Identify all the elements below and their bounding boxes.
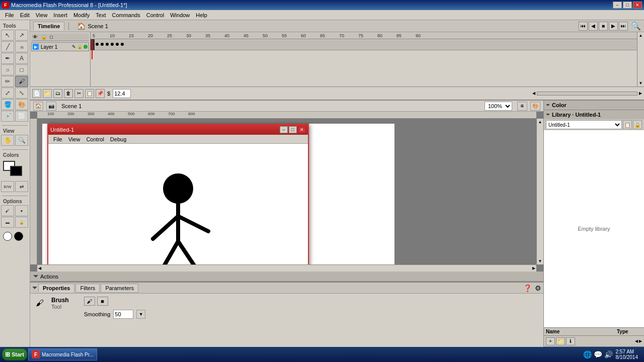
line-tool[interactable]: ╱ bbox=[1, 41, 14, 52]
timeline-scroll-left[interactable]: ◀ bbox=[532, 91, 535, 96]
add-folder-btn[interactable]: 🗂 bbox=[53, 89, 62, 98]
eyedropper-tool[interactable]: 💉 bbox=[1, 111, 14, 122]
menu-view[interactable]: View bbox=[33, 11, 51, 19]
timeline-scroll-right[interactable]: ▶ bbox=[639, 91, 642, 96]
outline-icon[interactable]: □ bbox=[49, 34, 54, 40]
add-motion-guide-btn[interactable]: 📁 bbox=[43, 89, 52, 98]
maximize-button[interactable]: □ bbox=[623, 2, 632, 9]
close-button[interactable]: ✕ bbox=[633, 2, 642, 9]
ink-bucket-tool[interactable]: 🪣 bbox=[1, 99, 14, 110]
oval-tool[interactable]: ○ bbox=[1, 64, 14, 75]
popup-menu-control[interactable]: Control bbox=[83, 136, 107, 143]
paste-frames-btn[interactable]: 📌 bbox=[96, 89, 105, 98]
settings-icon[interactable]: ⚙ bbox=[535, 284, 541, 292]
brush-mode-btn[interactable]: 🖌 bbox=[1, 205, 14, 216]
lib-new-folder-btn[interactable]: 📁 bbox=[556, 337, 565, 345]
text-tool[interactable]: A bbox=[15, 53, 28, 64]
taskbar-flash-item[interactable]: F Macromedia Flash Pr... bbox=[28, 348, 97, 360]
library-select[interactable]: Untitled-1 bbox=[546, 120, 622, 129]
eraser-tool[interactable]: ⬜ bbox=[15, 111, 28, 122]
menu-edit[interactable]: Edit bbox=[17, 11, 33, 19]
menu-file[interactable]: File bbox=[2, 11, 17, 19]
actions-bar[interactable]: Actions bbox=[30, 272, 543, 282]
layer-lock-icon[interactable]: 🔒 bbox=[77, 44, 83, 49]
fill-color[interactable] bbox=[10, 166, 22, 176]
popup-menu-view[interactable]: View bbox=[65, 136, 84, 143]
frame-value-field[interactable] bbox=[113, 89, 131, 98]
stage-scroll-up[interactable]: ▲ bbox=[538, 120, 542, 124]
minimize-button[interactable]: − bbox=[613, 2, 622, 9]
delete-layer-btn[interactable]: 🗑 bbox=[64, 89, 73, 98]
nav-icon-2[interactable]: 📷 bbox=[46, 102, 56, 111]
popup-menu-file[interactable]: File bbox=[50, 136, 65, 143]
menu-insert[interactable]: Insert bbox=[50, 11, 70, 19]
eye-icon[interactable]: 👁 bbox=[32, 34, 39, 40]
lib-scroll-right[interactable]: ▶ bbox=[639, 339, 642, 343]
nav-icon-1[interactable]: 🏠 bbox=[33, 102, 43, 111]
nav-right-btn-2[interactable]: 🎨 bbox=[530, 102, 540, 111]
tab-parameters[interactable]: Parameters bbox=[101, 284, 138, 293]
playhead[interactable] bbox=[92, 39, 93, 59]
menu-window[interactable]: Window bbox=[167, 11, 193, 19]
menu-commands[interactable]: Commands bbox=[109, 11, 143, 19]
brush-size-btn[interactable]: ● bbox=[15, 205, 28, 216]
tray-icon-3[interactable]: 🔊 bbox=[604, 350, 613, 358]
start-button[interactable]: ⊞ Start bbox=[2, 348, 27, 360]
stop-btn[interactable]: ■ bbox=[599, 22, 608, 31]
lock-icon[interactable]: 🔒 bbox=[40, 34, 48, 40]
lib-properties-btn[interactable]: ℹ bbox=[566, 337, 575, 345]
subselect-tool[interactable]: ↗ bbox=[15, 30, 28, 41]
rectangle-tool[interactable]: □ bbox=[15, 64, 28, 75]
brush-mode-1[interactable]: 🖌 bbox=[84, 297, 95, 306]
brush-tool[interactable]: 🖌 bbox=[15, 76, 28, 87]
next-frame-btn[interactable]: ▶ bbox=[609, 22, 618, 31]
brush-mode-2[interactable]: ■ bbox=[97, 297, 108, 306]
menu-modify[interactable]: Modify bbox=[70, 11, 93, 19]
cut-frames-btn[interactable]: ✂ bbox=[74, 89, 84, 98]
popup-title-bar[interactable]: Untitled-1 − □ ✕ bbox=[48, 125, 308, 135]
popup-minimize-btn[interactable]: − bbox=[280, 126, 288, 133]
prev-frame-btn[interactable]: ◀ bbox=[589, 22, 598, 31]
free-transform-tool[interactable]: ⤢ bbox=[1, 87, 14, 99]
timeline-tab[interactable]: Timeline bbox=[33, 22, 64, 30]
lib-btn-1[interactable]: 📋 bbox=[623, 120, 632, 129]
lock-fill-btn[interactable]: 🔒 bbox=[15, 217, 28, 228]
swap-colors[interactable]: ⇄ bbox=[15, 181, 28, 192]
lib-scroll-left[interactable]: ◀ bbox=[635, 339, 638, 343]
add-layer-btn[interactable]: 📄 bbox=[32, 89, 41, 98]
arrow-tool[interactable]: ↖ bbox=[1, 30, 14, 41]
timeline-scroll-bar[interactable] bbox=[537, 92, 637, 96]
library-section-header[interactable]: Library · Untitled-1 bbox=[544, 110, 644, 119]
lib-btn-2[interactable]: 🔒 bbox=[633, 120, 642, 129]
scroll-up-btn[interactable]: ▲ bbox=[639, 33, 643, 38]
tab-properties[interactable]: Properties bbox=[38, 284, 74, 292]
menu-text[interactable]: Text bbox=[93, 11, 109, 19]
nav-right-btn-1[interactable]: ⛯ bbox=[517, 102, 527, 111]
stage-scroll-left[interactable]: ◀ bbox=[38, 266, 41, 270]
lib-new-symbol-btn[interactable]: + bbox=[546, 337, 555, 345]
layer-pencil-icon[interactable]: ✎ bbox=[72, 44, 76, 49]
zoom-tool[interactable]: 🔍 bbox=[15, 135, 28, 146]
tray-icon-1[interactable]: 🌐 bbox=[583, 350, 592, 358]
tray-icon-2[interactable]: 💬 bbox=[594, 350, 602, 358]
smoothing-input[interactable] bbox=[113, 310, 133, 319]
hand-tool[interactable]: ✋ bbox=[1, 135, 14, 146]
menu-control[interactable]: Control bbox=[143, 11, 167, 19]
black-white-color[interactable]: B/W bbox=[1, 181, 14, 192]
brush-shape-btn[interactable]: ▬ bbox=[1, 217, 14, 228]
help-icon[interactable]: ❓ bbox=[523, 284, 532, 292]
timeline-zoom-icon[interactable]: 🔍 bbox=[631, 21, 641, 31]
paint-bucket-tool[interactable]: 🎨 bbox=[15, 99, 28, 110]
copy-frames-btn[interactable]: 📋 bbox=[85, 89, 94, 98]
stage-scroll-right[interactable]: ▶ bbox=[532, 266, 535, 270]
fill-transform-tool[interactable]: ⤡ bbox=[15, 87, 28, 99]
scroll-down-btn[interactable]: ▼ bbox=[639, 81, 643, 85]
first-frame-btn[interactable]: ⏮ bbox=[579, 22, 588, 31]
color-section-header[interactable]: Color bbox=[544, 101, 644, 110]
popup-maximize-btn[interactable]: □ bbox=[289, 126, 297, 133]
lasso-tool[interactable]: ⍝ bbox=[15, 41, 28, 52]
zoom-select[interactable]: 100% 75% 50% 25% 200% bbox=[485, 102, 512, 111]
pencil-tool[interactable]: ✏ bbox=[1, 76, 14, 87]
smoothing-dropdown[interactable]: ▼ bbox=[136, 310, 145, 319]
last-frame-btn[interactable]: ⏭ bbox=[619, 22, 628, 31]
